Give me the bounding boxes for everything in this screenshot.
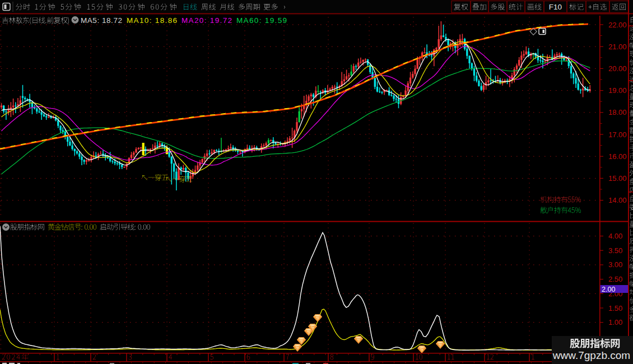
svg-text:1.00: 1.00 — [608, 318, 622, 326]
svg-text:21.00: 21.00 — [608, 43, 627, 51]
svg-text:2.50: 2.50 — [608, 275, 622, 283]
svg-text:17.00: 17.00 — [608, 130, 627, 139]
svg-text:F10: F10 — [549, 3, 562, 11]
svg-text:MA20: 19.72: MA20: 19.72 — [181, 16, 232, 25]
svg-text:22.00: 22.00 — [608, 21, 627, 29]
svg-text:3.00: 3.00 — [608, 260, 622, 269]
svg-text:www.7gpzb.com: www.7gpzb.com — [552, 349, 630, 361]
svg-text:3.50: 3.50 — [608, 246, 622, 255]
svg-text:15.00: 15.00 — [608, 174, 627, 183]
svg-text:14.00: 14.00 — [608, 196, 627, 204]
svg-text:2.00: 2.00 — [602, 286, 615, 293]
svg-text:19.00: 19.00 — [608, 86, 627, 95]
svg-text:MA10: 18.86: MA10: 18.86 — [127, 16, 177, 25]
svg-text:MA60: 19.59: MA60: 19.59 — [236, 16, 287, 25]
svg-text:4.00: 4.00 — [608, 232, 622, 240]
svg-text:20.00: 20.00 — [608, 64, 627, 73]
svg-text:16.00: 16.00 — [608, 152, 627, 161]
svg-text:MA5: 18.72: MA5: 18.72 — [81, 16, 122, 25]
svg-text:18.00: 18.00 — [608, 108, 627, 116]
svg-text:1.50: 1.50 — [608, 304, 622, 312]
